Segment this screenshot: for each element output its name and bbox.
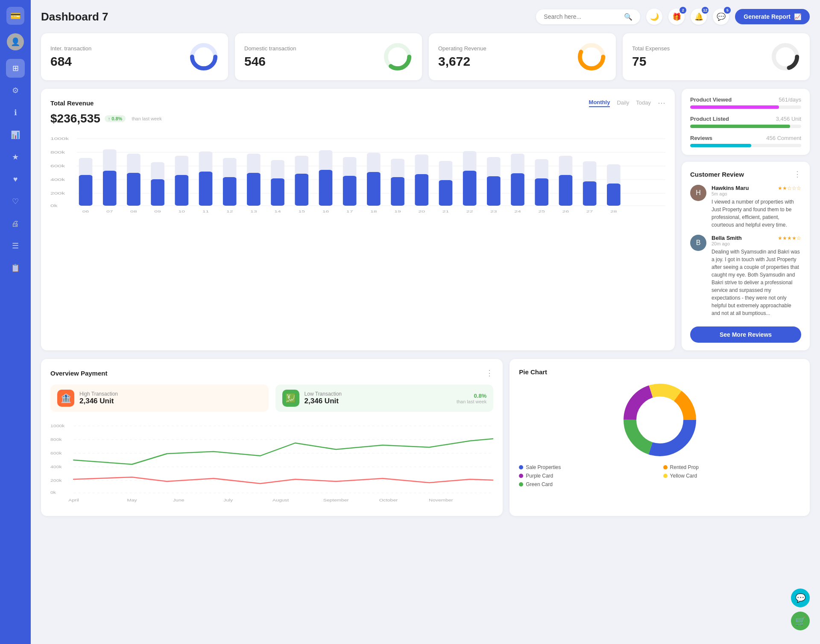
sidebar-item-dashboard[interactable]: ⊞ (6, 59, 25, 78)
svg-text:14: 14 (274, 210, 281, 213)
dark-mode-btn[interactable]: 🌙 (646, 9, 662, 25)
sidebar-avatar: 👤 (7, 33, 24, 50)
fab-group: 💬 🛒 (791, 589, 810, 630)
svg-rect-81 (559, 175, 573, 206)
svg-text:21: 21 (442, 210, 449, 213)
sidebar-item-star[interactable]: ★ (6, 148, 25, 166)
header-right: 🔍 🌙 🎁 2 🔔 12 💬 5 Generate Report 📈 (536, 9, 810, 25)
revenue-more-options[interactable]: ⋯ (658, 98, 665, 108)
donut-revenue (577, 42, 606, 72)
revenue-change-label: than last week (132, 116, 161, 121)
bar-chart-icon: 📈 (794, 13, 801, 20)
review-stars-1: ★★★★☆ (778, 235, 801, 241)
svg-text:0k: 0k (50, 490, 56, 495)
svg-text:600k: 600k (50, 164, 65, 168)
metric-label-viewed: Product Viewed (690, 96, 732, 103)
overview-more-options[interactable]: ⋮ (486, 368, 493, 378)
search-input[interactable] (544, 13, 621, 20)
legend-rented-prop: Rented Prop (663, 464, 800, 470)
review-name-0: Hawkins Maru (712, 185, 749, 191)
gift-badge: 2 (679, 7, 686, 14)
svg-rect-48 (295, 174, 308, 206)
tab-daily[interactable]: Daily (617, 99, 629, 107)
svg-text:November: November (429, 498, 453, 502)
donut-domestic (383, 42, 413, 72)
header: Dashboard 7 🔍 🌙 🎁 2 🔔 12 💬 5 Generate Re… (41, 9, 810, 25)
progress-fill-listed (690, 125, 790, 128)
review-time-0: 5m ago (712, 191, 801, 196)
chat-fab[interactable]: 💬 (791, 589, 810, 607)
svg-text:09: 09 (154, 210, 161, 213)
svg-rect-72 (487, 176, 501, 206)
stat-label-inter: Inter. transaction (50, 45, 91, 52)
legend-green-card: Green Card (519, 481, 656, 487)
low-transaction-icon: 💹 (282, 390, 299, 407)
metrics-card: Product Viewed 561/days Product Listed 3… (682, 89, 810, 155)
svg-text:18: 18 (370, 210, 377, 213)
metric-label-reviews: Reviews (690, 135, 712, 141)
svg-text:19: 19 (394, 210, 401, 213)
svg-text:July: July (223, 498, 233, 502)
legend-label-green: Green Card (526, 481, 553, 487)
bell-btn[interactable]: 🔔 12 (691, 9, 707, 25)
progress-fill-viewed (690, 105, 779, 109)
legend-label-yellow: Yellow Card (670, 473, 697, 479)
svg-text:27: 27 (586, 210, 593, 213)
gift-btn[interactable]: 🎁 2 (668, 9, 685, 25)
bar-chart-area: 1000k 800k 600k 400k 200k 0k (50, 132, 665, 219)
reviews-more-options[interactable]: ⋮ (794, 169, 801, 179)
stat-value-domestic: 546 (244, 54, 296, 69)
metric-value-reviews: 456 Comment (766, 135, 801, 141)
legend-dot-sale (519, 465, 523, 469)
sidebar-item-print[interactable]: 🖨 (6, 214, 25, 233)
sidebar-item-heart2[interactable]: ♡ (6, 192, 25, 211)
svg-rect-21 (79, 175, 93, 206)
content-row: Total Revenue Monthly Daily Today ⋯ $236… (41, 89, 810, 350)
cart-fab[interactable]: 🛒 (791, 612, 810, 630)
svg-text:20: 20 (418, 210, 425, 213)
svg-text:400k: 400k (50, 178, 65, 182)
stat-text-domestic: Domestic transaction 546 (244, 45, 296, 69)
svg-text:25: 25 (538, 210, 545, 213)
svg-text:13: 13 (250, 210, 257, 213)
tab-monthly[interactable]: Monthly (589, 99, 610, 107)
see-more-reviews-button[interactable]: See More Reviews (690, 326, 801, 343)
generate-report-button[interactable]: Generate Report 📈 (735, 9, 810, 24)
svg-text:September: September (323, 498, 349, 502)
svg-text:23: 23 (490, 210, 497, 213)
metric-product-viewed: Product Viewed 561/days (690, 96, 801, 109)
pie-chart-area (519, 382, 800, 458)
legend-dot-purple (519, 474, 523, 478)
svg-rect-45 (271, 178, 284, 206)
svg-text:1000k: 1000k (50, 137, 69, 141)
sidebar-item-chart[interactable]: 📊 (6, 125, 25, 144)
svg-text:400k: 400k (50, 465, 62, 469)
sidebar-item-menu[interactable]: ☰ (6, 236, 25, 255)
main-content: Dashboard 7 🔍 🌙 🎁 2 🔔 12 💬 5 Generate Re… (31, 0, 820, 644)
donut-inter (189, 42, 219, 72)
svg-text:06: 06 (82, 210, 89, 213)
revenue-up-badge: ↑ 0.8% (105, 115, 126, 122)
stat-card-inter-transaction: Inter. transaction 684 (41, 33, 228, 80)
low-transaction-percent: 0.8% than last week (457, 393, 486, 404)
svg-rect-36 (199, 172, 213, 206)
revenue-card-header: Total Revenue Monthly Daily Today ⋯ (50, 98, 665, 108)
pct-value: 0.8% (474, 393, 487, 399)
svg-text:August: August (272, 498, 289, 502)
svg-rect-60 (391, 177, 404, 206)
chat-btn[interactable]: 💬 5 (713, 9, 729, 25)
high-transaction-label: High Transaction (79, 391, 118, 397)
sidebar-item-heart[interactable]: ♥ (6, 170, 25, 189)
sidebar-item-list[interactable]: 📋 (6, 259, 25, 277)
metric-label-listed: Product Listed (690, 116, 729, 122)
review-name-row-1: Bella Smith ★★★★☆ (712, 235, 801, 241)
svg-text:22: 22 (466, 210, 473, 213)
legend-label-sale: Sale Properties (526, 464, 561, 470)
sidebar-item-info[interactable]: ℹ (6, 103, 25, 122)
tab-today[interactable]: Today (636, 99, 651, 107)
svg-text:800k: 800k (50, 150, 65, 154)
sidebar-item-settings[interactable]: ⚙ (6, 81, 25, 100)
reviews-title: Customer Review (690, 171, 744, 178)
svg-text:12: 12 (226, 210, 233, 213)
review-avatar-1: B (690, 235, 706, 251)
